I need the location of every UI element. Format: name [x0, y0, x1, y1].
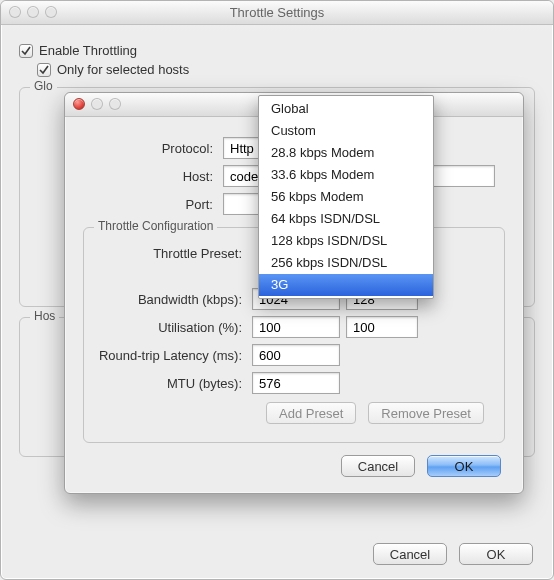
- host-label: Host:: [83, 169, 217, 184]
- close-icon[interactable]: [9, 6, 21, 18]
- preset-label: Throttle Preset:: [96, 246, 246, 261]
- only-for-selected-row[interactable]: Only for selected hosts: [37, 62, 535, 77]
- enable-throttling-checkbox[interactable]: [19, 44, 33, 58]
- enable-throttling-row[interactable]: Enable Throttling: [19, 43, 535, 58]
- window-controls: [9, 6, 57, 18]
- minimize-icon[interactable]: [27, 6, 39, 18]
- enable-throttling-label: Enable Throttling: [39, 43, 137, 58]
- cancel-button[interactable]: Cancel: [373, 543, 447, 565]
- checkmark-icon: [20, 45, 32, 57]
- latency-input[interactable]: [252, 344, 340, 366]
- remove-preset-button[interactable]: Remove Preset: [368, 402, 484, 424]
- preset-menu-item[interactable]: 256 kbps ISDN/DSL: [259, 252, 433, 274]
- ok-button[interactable]: OK: [427, 455, 501, 477]
- preset-menu-item[interactable]: 64 kbps ISDN/DSL: [259, 208, 433, 230]
- throttle-preset-menu[interactable]: GlobalCustom28.8 kbps Modem33.6 kbps Mod…: [258, 95, 434, 299]
- preset-menu-item[interactable]: 33.6 kbps Modem: [259, 164, 433, 186]
- bandwidth-label: Bandwidth (kbps):: [96, 292, 246, 307]
- global-legend: Glo: [30, 79, 57, 93]
- mtu-input[interactable]: [252, 372, 340, 394]
- titlebar: Throttle Settings: [1, 1, 553, 25]
- mtu-label: MTU (bytes):: [96, 376, 246, 391]
- checkmark-icon: [38, 64, 50, 76]
- sheet-window-controls: [73, 98, 121, 110]
- close-icon[interactable]: [73, 98, 85, 110]
- zoom-icon[interactable]: [45, 6, 57, 18]
- ok-button[interactable]: OK: [459, 543, 533, 565]
- only-selected-checkbox[interactable]: [37, 63, 51, 77]
- hosts-legend: Hos: [30, 309, 59, 323]
- only-selected-label: Only for selected hosts: [57, 62, 189, 77]
- preset-menu-item[interactable]: 128 kbps ISDN/DSL: [259, 230, 433, 252]
- preset-menu-item[interactable]: 3G: [259, 274, 433, 296]
- add-preset-button[interactable]: Add Preset: [266, 402, 356, 424]
- preset-menu-item[interactable]: Custom: [259, 120, 433, 142]
- cancel-button[interactable]: Cancel: [341, 455, 415, 477]
- preset-menu-item[interactable]: 56 kbps Modem: [259, 186, 433, 208]
- utilisation-upload-input[interactable]: [346, 316, 418, 338]
- preset-menu-item[interactable]: 28.8 kbps Modem: [259, 142, 433, 164]
- preset-buttons: Add Preset Remove Preset: [266, 402, 492, 424]
- zoom-icon[interactable]: [109, 98, 121, 110]
- protocol-label: Protocol:: [83, 141, 217, 156]
- sheet-button-row: Cancel OK: [83, 455, 505, 477]
- utilisation-download-input[interactable]: [252, 316, 340, 338]
- port-label: Port:: [83, 197, 217, 212]
- utilisation-label: Utilisation (%):: [96, 320, 246, 335]
- preset-menu-item[interactable]: Global: [259, 98, 433, 120]
- main-button-row: Cancel OK: [373, 543, 533, 565]
- window-title: Throttle Settings: [230, 5, 325, 20]
- throttle-config-legend: Throttle Configuration: [94, 219, 217, 233]
- minimize-icon[interactable]: [91, 98, 103, 110]
- latency-label: Round-trip Latency (ms):: [96, 348, 246, 363]
